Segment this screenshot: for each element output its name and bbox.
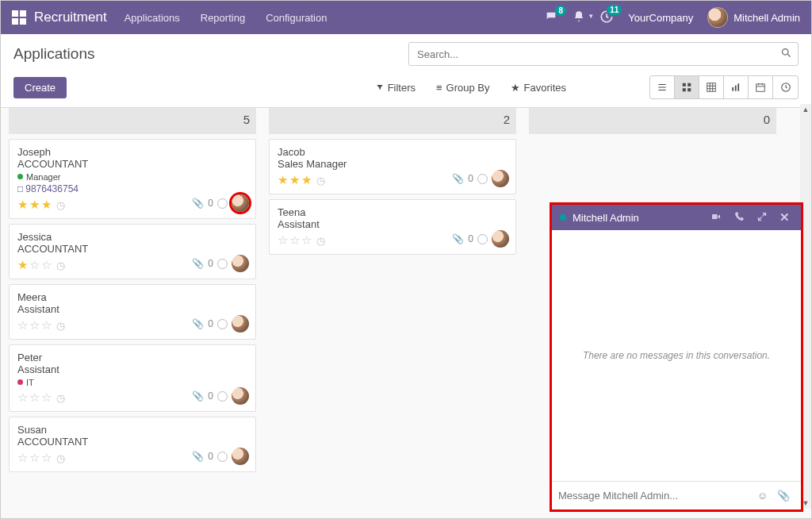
filters-button[interactable]: Filters bbox=[367, 77, 424, 98]
svg-rect-1 bbox=[683, 83, 686, 86]
card-name: Jacob bbox=[278, 146, 508, 158]
card-avatar-highlighted[interactable] bbox=[232, 194, 249, 212]
clock-icon[interactable]: ◷ bbox=[56, 320, 65, 332]
clock-icon[interactable]: ◷ bbox=[56, 392, 65, 404]
company-switcher[interactable]: YourCompany bbox=[628, 12, 693, 24]
view-list[interactable] bbox=[650, 76, 675, 98]
view-kanban[interactable] bbox=[675, 76, 699, 98]
card-phone[interactable]: □9876436754 bbox=[17, 183, 247, 194]
attachment-icon[interactable]: 📎 bbox=[192, 258, 204, 269]
card-avatar[interactable] bbox=[232, 448, 249, 465]
card-avatar[interactable] bbox=[492, 230, 509, 248]
menu-reporting[interactable]: Reporting bbox=[201, 12, 245, 24]
favorites-button[interactable]: ★ Favorites bbox=[502, 77, 575, 98]
svg-rect-7 bbox=[735, 86, 737, 91]
column-1-header[interactable]: 5 bbox=[9, 108, 256, 134]
top-menu: Applications Reporting Configuration bbox=[124, 12, 327, 24]
groupby-button[interactable]: ≡ Group By bbox=[427, 77, 499, 98]
card-peter[interactable]: Peter Assistant IT ☆☆☆◷ 📎0 bbox=[9, 344, 256, 412]
card-susan[interactable]: Susan ACCOUNTANT ☆☆☆◷ 📎0 bbox=[9, 417, 256, 472]
close-icon[interactable]: ✕ bbox=[776, 209, 793, 226]
attachment-icon[interactable]: 📎 bbox=[192, 318, 204, 329]
kanban-state[interactable] bbox=[217, 452, 228, 462]
card-name: Jessica bbox=[17, 231, 247, 243]
clock-icon[interactable]: ◷ bbox=[56, 260, 65, 271]
card-actions: 📎0 bbox=[452, 170, 509, 187]
chat-panel: Mitchell Admin ✕ There are no messages i… bbox=[550, 202, 803, 512]
user-avatar bbox=[707, 7, 728, 28]
kanban-state[interactable] bbox=[217, 259, 228, 269]
attachment-icon[interactable]: 📎 bbox=[452, 173, 464, 184]
presence-dot bbox=[560, 214, 566, 221]
card-avatar[interactable] bbox=[232, 387, 249, 405]
phone-icon: □ bbox=[17, 183, 23, 194]
topbar: Recruitment Applications Reporting Confi… bbox=[1, 1, 811, 34]
clock-icon[interactable]: ◷ bbox=[316, 175, 325, 186]
attachment-icon[interactable]: 📎 bbox=[452, 233, 464, 244]
svg-rect-6 bbox=[732, 87, 733, 91]
card-role: ACCOUNTANT bbox=[17, 436, 247, 448]
user-menu[interactable]: Mitchell Admin bbox=[707, 7, 800, 28]
card-avatar[interactable] bbox=[232, 255, 249, 272]
scroll-up-icon[interactable]: ▲ bbox=[802, 104, 810, 115]
kanban-state[interactable] bbox=[217, 198, 228, 209]
card-joseph[interactable]: Joseph ACCOUNTANT Manager □9876436754 ★★… bbox=[9, 139, 256, 219]
chat-header[interactable]: Mitchell Admin ✕ bbox=[552, 205, 801, 230]
video-call-icon[interactable] bbox=[707, 210, 725, 225]
clock-icon[interactable]: ◷ bbox=[56, 452, 65, 464]
card-actions: 📎0 bbox=[192, 255, 249, 272]
filter-bar: Filters ≡ Group By ★ Favorites bbox=[367, 75, 799, 99]
chat-empty-text: There are no messages in this conversati… bbox=[583, 350, 770, 361]
svg-rect-11 bbox=[712, 214, 718, 219]
create-button[interactable]: Create bbox=[13, 77, 67, 98]
expand-icon[interactable] bbox=[754, 210, 770, 225]
menu-configuration[interactable]: Configuration bbox=[266, 12, 327, 24]
view-activity[interactable] bbox=[773, 76, 798, 98]
card-jacob[interactable]: Jacob Sales Manager ★★★◷ 📎0 bbox=[269, 139, 516, 194]
kanban-state[interactable] bbox=[477, 234, 488, 244]
card-meera[interactable]: Meera Assistant ☆☆☆◷ 📎0 bbox=[9, 284, 256, 340]
notifications-icon[interactable]: ▾ bbox=[573, 10, 585, 25]
card-role: Assistant bbox=[17, 303, 247, 315]
attachment-icon[interactable]: 📎 bbox=[192, 451, 204, 462]
card-teena[interactable]: Teena Assistant ☆☆☆◷ 📎0 bbox=[269, 199, 516, 255]
card-role: Assistant bbox=[17, 363, 247, 375]
card-name: Teena bbox=[278, 206, 508, 218]
card-actions: 📎0 bbox=[192, 387, 249, 405]
card-role: Assistant bbox=[278, 218, 508, 230]
view-graph[interactable] bbox=[724, 76, 749, 98]
clock-icon[interactable]: ◷ bbox=[56, 199, 65, 211]
view-pivot[interactable] bbox=[699, 76, 724, 98]
phone-call-icon[interactable] bbox=[731, 210, 748, 225]
search-input[interactable] bbox=[408, 42, 799, 66]
attachment-icon[interactable]: 📎 bbox=[192, 198, 204, 209]
view-calendar[interactable] bbox=[749, 76, 773, 98]
kanban-column-1: 5 Joseph ACCOUNTANT Manager □9876436754 … bbox=[1, 108, 261, 519]
attach-icon[interactable]: 📎 bbox=[772, 490, 795, 502]
activities-badge: 11 bbox=[607, 5, 622, 15]
search-icon[interactable] bbox=[780, 47, 792, 61]
card-role: ACCOUNTANT bbox=[17, 243, 247, 255]
card-avatar[interactable] bbox=[232, 315, 249, 333]
activities-icon[interactable]: 11 bbox=[599, 10, 614, 26]
clock-icon[interactable]: ◷ bbox=[316, 235, 325, 247]
card-actions: 📎0 bbox=[192, 315, 249, 333]
emoji-icon[interactable]: ☺ bbox=[753, 490, 772, 502]
svg-rect-8 bbox=[737, 83, 739, 90]
kanban-state[interactable] bbox=[217, 319, 228, 329]
attachment-icon[interactable]: 📎 bbox=[192, 390, 204, 402]
apps-icon[interactable] bbox=[12, 10, 26, 25]
column-2-header[interactable]: 2 bbox=[269, 108, 516, 134]
topbar-right: 8 ▾ 11 YourCompany Mitchell Admin bbox=[544, 7, 800, 28]
menu-applications[interactable]: Applications bbox=[124, 12, 180, 24]
kanban-state[interactable] bbox=[217, 391, 228, 402]
user-name: Mitchell Admin bbox=[733, 12, 800, 24]
messages-icon[interactable]: 8 bbox=[544, 10, 558, 25]
card-avatar[interactable] bbox=[492, 170, 509, 187]
toolbar-row: Create Filters ≡ Group By ★ Favorites bbox=[1, 72, 811, 108]
column-3-header[interactable]: 0 bbox=[529, 108, 776, 134]
card-jessica[interactable]: Jessica ACCOUNTANT ★☆☆◷ 📎0 bbox=[9, 224, 256, 279]
chat-input[interactable] bbox=[558, 490, 753, 502]
kanban-state[interactable] bbox=[477, 174, 488, 184]
card-role: Sales Manager bbox=[278, 158, 508, 170]
